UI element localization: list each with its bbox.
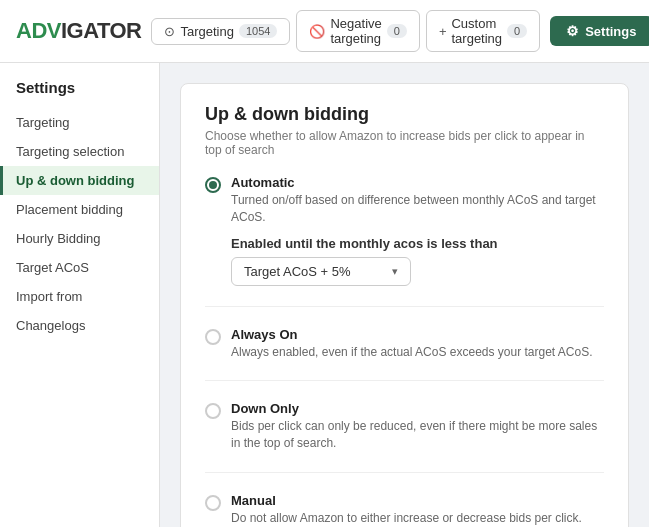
- page-title: Up & down bidding: [205, 104, 604, 125]
- option-always-on-content: Always On Always enabled, even if the ac…: [231, 327, 604, 361]
- divider-3: [205, 472, 604, 473]
- sidebar-title: Settings: [0, 79, 159, 108]
- app-logo: ADVIGATOR: [16, 18, 141, 44]
- option-automatic: Automatic Turned on/off based on differe…: [205, 175, 604, 286]
- tab-targeting[interactable]: ⊙ Targeting 1054: [151, 18, 290, 45]
- tab-custom-targeting[interactable]: + Custom targeting 0: [426, 10, 540, 52]
- sub-label: Enabled until the monthly acos is less t…: [231, 236, 604, 251]
- option-group: Automatic Turned on/off based on differe…: [205, 175, 604, 527]
- app-header: ADVIGATOR ⊙ Targeting 1054 🚫 Negative ta…: [0, 0, 649, 63]
- logo-part2: IGATOR: [61, 18, 142, 43]
- sidebar-item-hourly-bidding[interactable]: Hourly Bidding: [0, 224, 159, 253]
- sidebar-item-targeting[interactable]: Targeting: [0, 108, 159, 137]
- sidebar-item-placement-bidding[interactable]: Placement bidding: [0, 195, 159, 224]
- divider-1: [205, 306, 604, 307]
- radio-always-on[interactable]: [205, 329, 221, 345]
- radio-manual[interactable]: [205, 495, 221, 511]
- option-always-on: Always On Always enabled, even if the ac…: [205, 327, 604, 361]
- tab-negative-targeting[interactable]: 🚫 Negative targeting 0: [296, 10, 419, 52]
- sidebar-item-targeting-selection[interactable]: Targeting selection: [0, 137, 159, 166]
- radio-down-only[interactable]: [205, 403, 221, 419]
- option-down-only-title: Down Only: [231, 401, 604, 416]
- tab-negative-targeting-label: Negative targeting: [330, 16, 381, 46]
- option-automatic-content: Automatic Turned on/off based on differe…: [231, 175, 604, 286]
- settings-button[interactable]: ⚙ Settings: [550, 16, 649, 46]
- option-manual-desc: Do not allow Amazon to either increase o…: [231, 510, 604, 527]
- option-automatic-title: Automatic: [231, 175, 604, 190]
- content-card: Up & down bidding Choose whether to allo…: [180, 83, 629, 527]
- tab-negative-targeting-count: 0: [387, 24, 407, 38]
- option-always-on-title: Always On: [231, 327, 604, 342]
- sidebar-item-target-acos[interactable]: Target ACoS: [0, 253, 159, 282]
- tab-custom-targeting-label: Custom targeting: [451, 16, 502, 46]
- targeting-icon: ⊙: [164, 24, 175, 39]
- tab-targeting-count: 1054: [239, 24, 277, 38]
- sidebar-item-changelogs[interactable]: Changelogs: [0, 311, 159, 340]
- option-down-only-desc: Bids per click can only be reduced, even…: [231, 418, 604, 452]
- app-body: Settings Targeting Targeting selection U…: [0, 63, 649, 527]
- custom-targeting-icon: +: [439, 24, 447, 39]
- option-manual: Manual Do not allow Amazon to either inc…: [205, 493, 604, 527]
- acos-dropdown-value: Target ACoS + 5%: [244, 264, 351, 279]
- option-down-only: Down Only Bids per click can only be red…: [205, 401, 604, 452]
- divider-2: [205, 380, 604, 381]
- chevron-down-icon: ▾: [392, 265, 398, 278]
- tab-targeting-label: Targeting: [180, 24, 233, 39]
- main-content: Up & down bidding Choose whether to allo…: [160, 63, 649, 527]
- negative-targeting-icon: 🚫: [309, 24, 325, 39]
- option-automatic-desc: Turned on/off based on difference betwee…: [231, 192, 604, 226]
- sidebar: Settings Targeting Targeting selection U…: [0, 63, 160, 527]
- gear-icon: ⚙: [566, 23, 579, 39]
- tab-custom-targeting-count: 0: [507, 24, 527, 38]
- logo-part1: ADV: [16, 18, 61, 43]
- radio-automatic[interactable]: [205, 177, 221, 193]
- option-manual-title: Manual: [231, 493, 604, 508]
- settings-button-label: Settings: [585, 24, 636, 39]
- option-down-only-content: Down Only Bids per click can only be red…: [231, 401, 604, 452]
- option-manual-content: Manual Do not allow Amazon to either inc…: [231, 493, 604, 527]
- acos-dropdown[interactable]: Target ACoS + 5% ▾: [231, 257, 411, 286]
- option-always-on-desc: Always enabled, even if the actual ACoS …: [231, 344, 604, 361]
- sidebar-item-up-down-bidding[interactable]: Up & down bidding: [0, 166, 159, 195]
- nav-tabs: ⊙ Targeting 1054 🚫 Negative targeting 0 …: [151, 10, 540, 52]
- automatic-sub-section: Enabled until the monthly acos is less t…: [231, 236, 604, 286]
- sidebar-item-import-from[interactable]: Import from: [0, 282, 159, 311]
- page-subtitle: Choose whether to allow Amazon to increa…: [205, 129, 604, 157]
